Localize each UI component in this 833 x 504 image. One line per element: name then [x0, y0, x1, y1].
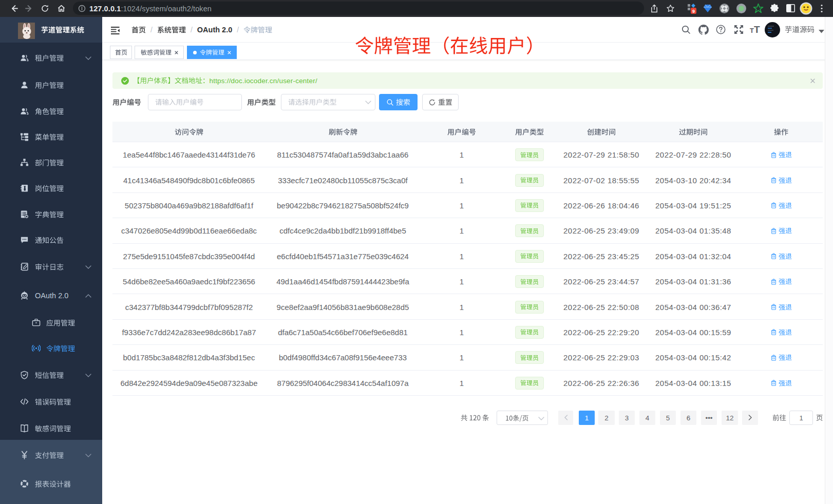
svg-text:9: 9 — [692, 9, 695, 14]
